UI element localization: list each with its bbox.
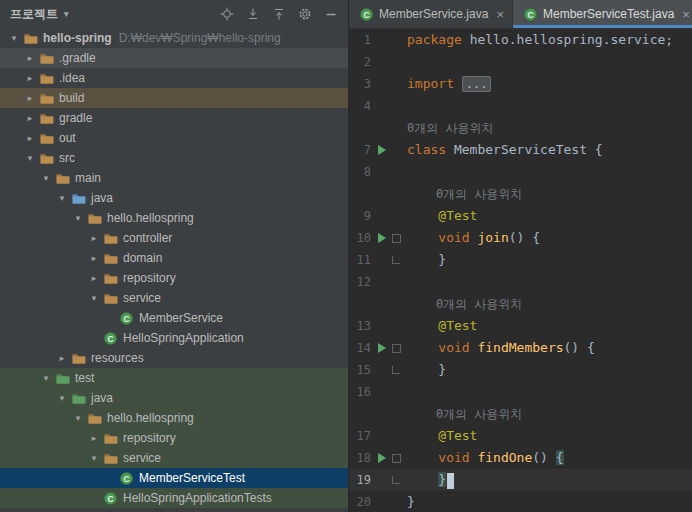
tree-item[interactable]: ▸repository [0,268,348,288]
tree-item[interactable]: CMemberService [0,308,348,328]
tree-item[interactable]: ▸controller [0,228,348,248]
hide-icon[interactable] [324,7,338,21]
chevron-right-icon[interactable]: ▸ [54,353,70,363]
code-token: class [407,142,454,157]
run-test-icon[interactable] [375,233,389,243]
tree-item[interactable]: ▾hello.hellospring [0,408,348,428]
fold-start-icon[interactable] [389,344,403,353]
fold-end-icon[interactable] [389,256,403,264]
run-test-icon[interactable] [375,453,389,463]
package-icon [102,450,118,466]
code-token: } [438,472,446,487]
tree-item-label: repository [123,431,176,445]
code-line[interactable]: } [403,469,454,491]
folder-icon [22,30,38,46]
tree-item[interactable]: ▾java [0,188,348,208]
code-line[interactable]: } [403,491,415,512]
close-icon[interactable]: × [682,8,690,21]
chevron-right-icon[interactable]: ▸ [22,53,38,63]
tree-item[interactable]: CHelloSpringApplication [0,328,348,348]
collapse-all-icon[interactable] [272,7,286,21]
chevron-down-icon[interactable]: ▾ [38,373,54,383]
chevron-down-icon[interactable]: ▾ [70,413,86,423]
code-row: 16 [349,381,692,403]
class-icon: C [359,7,374,22]
code-line[interactable]: } [403,249,446,271]
chevron-right-icon[interactable]: ▸ [86,233,102,243]
usages-inlay-hint[interactable]: 0개의 사용위치 [407,121,493,135]
tree-item[interactable]: CHelloSpringApplicationTests [0,488,348,508]
fold-start-icon[interactable] [389,234,403,243]
code-line[interactable]: void findOne() { [403,447,564,469]
tree-item[interactable]: ▸gradle [0,108,348,128]
code-line[interactable]: void findMembers() { [403,337,595,359]
chevron-down-icon[interactable]: ▾ [86,453,102,463]
chevron-down-icon[interactable]: ▾ [86,293,102,303]
tree-item[interactable]: ▸repository [0,428,348,448]
tree-item[interactable]: ▾hello.hellospring [0,208,348,228]
code-line[interactable]: 0개의 사용위치 [403,403,522,425]
code-line[interactable]: void join() { [403,227,540,249]
package-icon [102,230,118,246]
chevron-right-icon[interactable]: ▸ [86,253,102,263]
fold-end-icon[interactable] [389,366,403,374]
code-line[interactable]: 0개의 사용위치 [403,183,522,205]
chevron-right-icon[interactable]: ▸ [22,113,38,123]
chevron-down-icon[interactable]: ▾ [22,153,38,163]
chevron-right-icon[interactable]: ▸ [86,273,102,283]
tree-item[interactable]: ▸domain [0,248,348,268]
editor-tab[interactable]: CMemberServiceTest.java× [513,0,692,28]
chevron-down-icon[interactable]: ▾ [54,193,70,203]
chevron-down-icon[interactable]: ▾ [54,393,70,403]
code-line[interactable]: package hello.hellospring.service; [403,29,673,51]
tree-item[interactable]: ▸.gradle [0,48,348,68]
code-line[interactable]: 0개의 사용위치 [403,117,493,139]
chevron-right-icon[interactable]: ▸ [22,133,38,143]
code-row: 20} [349,491,692,512]
tree-item[interactable]: ▾service [0,288,348,308]
tree-item[interactable]: ▸build [0,88,348,108]
tree-item[interactable]: ▾main [0,168,348,188]
chevron-down-icon[interactable]: ▾ [38,173,54,183]
chevron-right-icon[interactable]: ▸ [22,93,38,103]
line-number: 2 [349,51,375,73]
code-line[interactable]: @Test [403,205,477,227]
project-view-dropdown[interactable]: 프로젝트 ▾ [10,6,69,23]
code-line[interactable]: @Test [403,315,477,337]
close-icon[interactable]: × [496,8,504,21]
code-editor[interactable]: 1package hello.hellospring.service;23imp… [349,29,692,512]
fold-end-icon[interactable] [389,476,403,484]
locate-icon[interactable] [220,7,234,21]
run-test-icon[interactable] [375,343,389,353]
usages-inlay-hint[interactable]: 0개의 사용위치 [407,297,522,311]
tree-item[interactable]: ▸out [0,128,348,148]
code-row: 7class MemberServiceTest { [349,139,692,161]
tree-item[interactable]: ▾java [0,388,348,408]
tree-item[interactable]: ▾service [0,448,348,468]
code-line[interactable]: @Test [403,425,477,447]
chevron-down-icon[interactable]: ▾ [6,33,22,43]
run-test-icon[interactable] [375,145,389,155]
code-line[interactable]: } [403,359,446,381]
chevron-down-icon[interactable]: ▾ [70,213,86,223]
code-line[interactable]: 0개의 사용위치 [403,293,522,315]
fold-start-icon[interactable] [389,454,403,463]
tree-item[interactable]: ▾hello-springD:₩dev₩Spring₩hello-spring [0,28,348,48]
tree-item-label: main [75,171,101,185]
tree-item[interactable]: ▾test [0,368,348,388]
code-row: 1package hello.hellospring.service; [349,29,692,51]
settings-icon[interactable] [298,7,312,21]
code-line[interactable]: import ... [403,73,491,95]
expand-all-icon[interactable] [246,7,260,21]
tree-item[interactable]: ▸.idea [0,68,348,88]
chevron-right-icon[interactable]: ▸ [86,433,102,443]
tree-item[interactable]: ▾src [0,148,348,168]
tree-item[interactable]: ▸resources [0,348,348,368]
code-line[interactable]: class MemberServiceTest { [403,139,603,161]
editor-tab[interactable]: CMemberService.java× [349,0,513,28]
usages-inlay-hint[interactable]: 0개의 사용위치 [407,407,522,421]
usages-inlay-hint[interactable]: 0개의 사용위치 [407,187,522,201]
tree-item[interactable]: CMemberServiceTest [0,468,348,488]
folder-icon [38,150,54,166]
chevron-right-icon[interactable]: ▸ [22,73,38,83]
